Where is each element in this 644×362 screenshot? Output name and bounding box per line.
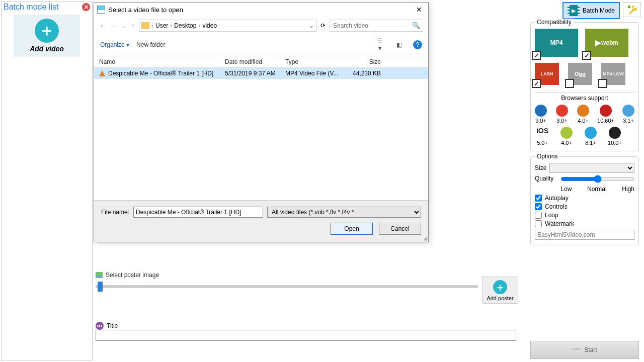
- ie-icon: [535, 105, 547, 117]
- format-row2: LASH Ogg MP4 LOW: [535, 63, 634, 85]
- start-button[interactable]: 〰 Start: [530, 341, 639, 359]
- timeline[interactable]: [96, 282, 478, 292]
- size-select[interactable]: [549, 163, 634, 173]
- title-row: ••• Title: [96, 322, 518, 330]
- organize-button[interactable]: Organize ▾: [100, 41, 129, 48]
- vlc-icon: [99, 70, 105, 76]
- checkbox-icon[interactable]: [532, 51, 541, 60]
- nav-dropdown-icon[interactable]: ⌄: [121, 22, 127, 30]
- size-label: Size: [535, 164, 546, 171]
- open-button[interactable]: Open: [331, 223, 373, 235]
- watermark-checkbox[interactable]: [535, 220, 542, 227]
- add-video-button[interactable]: ＋ Add video: [14, 15, 80, 57]
- filename-input[interactable]: [133, 207, 263, 218]
- controls-checkbox[interactable]: [535, 203, 542, 210]
- preview-pane-icon[interactable]: ◧: [394, 41, 404, 48]
- format-mp4low[interactable]: MP4 LOW: [601, 63, 625, 85]
- batch-mode-button[interactable]: ▶ Batch Mode: [562, 2, 620, 19]
- file-row[interactable]: Despicable Me - Official® Trailer 1 [HD]…: [94, 68, 428, 79]
- search-input[interactable]: [330, 20, 423, 32]
- film-icon: ▶: [568, 5, 580, 16]
- sidebar-header: Batch mode list ✕: [2, 2, 92, 13]
- poster-section: Select poster image ＋ Add poster ••• Tit…: [96, 272, 518, 341]
- file-list: Despicable Me - Official® Trailer 1 [HD]…: [94, 68, 428, 200]
- new-folder-button[interactable]: New folder: [136, 41, 165, 48]
- close-icon[interactable]: ✕: [82, 3, 90, 11]
- android-icon: [560, 127, 573, 139]
- compatibility-section: Compatibility MP4 ▶ webm LASH Ogg MP4 LO…: [530, 22, 639, 151]
- search-icon: 🔍: [412, 22, 420, 29]
- folder-icon: [141, 22, 149, 29]
- file-open-dialog: Select a video file to open ✕ ← → ⌄ ↑ ›U…: [94, 2, 429, 242]
- browser-android: 4.0+: [559, 127, 574, 146]
- dialog-close-button[interactable]: ✕: [413, 5, 425, 15]
- watermark-input[interactable]: [535, 230, 634, 240]
- top-toolbar: ▶ Batch Mode: [562, 2, 641, 19]
- checkbox-icon[interactable]: [565, 79, 574, 88]
- refresh-icon[interactable]: ⟳: [320, 22, 326, 29]
- timeline-track: [96, 285, 478, 288]
- iOS-icon: iOS: [536, 127, 548, 139]
- file-list-header: Name Date modified Type Size: [94, 56, 428, 68]
- options-section: Options Size Quality Low Normal High Aut…: [530, 156, 639, 245]
- browser-iOS: iOS5.0+: [535, 127, 550, 146]
- timeline-handle[interactable]: [98, 282, 103, 292]
- needle-icon: 〰: [572, 345, 580, 354]
- format-grid: MP4 ▶ webm: [535, 29, 634, 57]
- quality-labels: Low Normal High: [560, 186, 634, 193]
- browsers-row1: 9.0+3.0+4.0+10.60+3.1+: [535, 105, 634, 124]
- format-flash[interactable]: LASH: [535, 63, 559, 85]
- nav-back-icon[interactable]: ←: [99, 22, 106, 30]
- loop-checkbox[interactable]: [535, 212, 542, 219]
- cancel-button[interactable]: Cancel: [379, 223, 421, 235]
- resize-grip-icon[interactable]: ◢: [423, 235, 427, 241]
- blackberry-icon: [609, 127, 621, 139]
- quality-slider[interactable]: [560, 175, 634, 183]
- poster-label-row: Select poster image: [96, 272, 518, 279]
- speech-icon: •••: [96, 322, 104, 330]
- checkbox-icon[interactable]: [582, 51, 591, 60]
- format-mp4[interactable]: MP4: [535, 29, 578, 57]
- browser-opera: 10.60+: [598, 105, 613, 124]
- dialog-toolbar: Organize ▾ New folder ☰ ▾ ◧ ?: [94, 35, 428, 56]
- dialog-footer: File name: All video files (*.vob *.flv …: [94, 200, 428, 242]
- chevron-down-icon[interactable]: ⌄: [309, 22, 314, 29]
- quality-row: Quality Low Normal High: [535, 175, 634, 193]
- browser-winphone: 8.1+: [583, 127, 598, 146]
- controls-row: Controls: [535, 203, 634, 210]
- autoplay-checkbox[interactable]: [535, 195, 542, 202]
- format-ogg[interactable]: Ogg: [568, 63, 592, 85]
- filename-label: File name:: [101, 209, 129, 216]
- checkbox-icon[interactable]: [598, 79, 607, 88]
- winphone-icon: [585, 127, 597, 139]
- nav-up-icon[interactable]: ↑: [131, 22, 135, 30]
- sidebar-title: Batch mode list: [4, 3, 58, 12]
- breadcrumb[interactable]: ›User ›Desktop ›video ⌄: [139, 20, 316, 32]
- quality-label: Quality: [535, 175, 553, 182]
- help-icon[interactable]: ?: [413, 40, 422, 49]
- wrench-gear-icon: [626, 4, 637, 15]
- loop-row: Loop: [535, 212, 634, 219]
- nav-forward-icon[interactable]: →: [110, 22, 117, 30]
- tools-button[interactable]: [623, 2, 641, 17]
- dialog-nav: ← → ⌄ ↑ ›User ›Desktop ›video ⌄ ⟳ 🔍: [94, 17, 428, 35]
- compatibility-legend: Compatibility: [535, 19, 574, 26]
- size-row: Size: [535, 163, 634, 173]
- firefox-icon: [577, 105, 589, 117]
- plus-icon: ＋: [35, 19, 59, 43]
- view-details-icon[interactable]: ☰ ▾: [375, 38, 385, 52]
- checkbox-icon[interactable]: [532, 79, 541, 88]
- filetype-filter[interactable]: All video files (*.vob *.flv *.f4v *: [267, 207, 421, 218]
- dialog-titlebar: Select a video file to open ✕: [94, 3, 428, 17]
- format-webm[interactable]: ▶ webm: [585, 29, 628, 57]
- title-input[interactable]: [96, 330, 516, 341]
- add-poster-button[interactable]: ＋ Add poster: [482, 277, 518, 304]
- plus-icon: ＋: [493, 280, 507, 294]
- opera-icon: [600, 105, 612, 117]
- right-panel: Compatibility MP4 ▶ webm LASH Ogg MP4 LO…: [530, 22, 639, 250]
- sidebar: Batch mode list ✕ ＋ Add video: [1, 1, 93, 361]
- browser-ie: 9.0+: [535, 105, 547, 124]
- browser-safari: 3.1+: [622, 105, 634, 124]
- options-legend: Options: [535, 153, 559, 160]
- safari-icon: [622, 105, 634, 117]
